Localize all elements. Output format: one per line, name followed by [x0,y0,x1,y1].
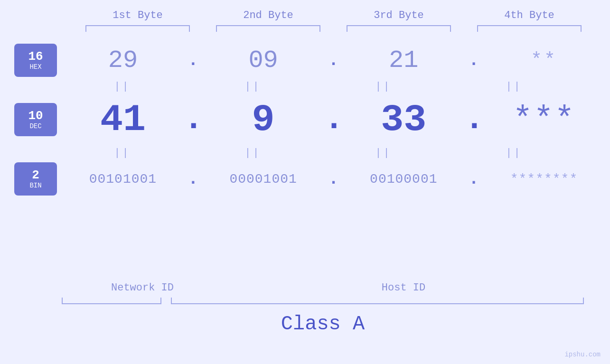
bottom-brackets [62,298,584,304]
hex-stars: ** [531,50,557,71]
bin-badge-num: 2 [32,168,39,182]
top-brackets [73,25,595,32]
bin-badge: 2 BIN [14,162,57,196]
byte4-label: 4th Byte [477,9,582,21]
hex-dot-1: . [184,51,203,70]
bin-b1: 00101001 [71,172,175,187]
bin-row: 2 BIN 00101001 . 00001001 . 00100001 . *… [0,160,610,198]
hex-b2: 09 [211,47,316,75]
eq2-b4: || [462,147,566,159]
eq2-b3: || [331,147,436,159]
bin-dot-2: . [324,169,343,189]
dec-val-1: 41 [100,98,146,141]
bottom-section: Network ID Host ID Class A [62,282,596,336]
dec-val-2: 9 [252,98,275,141]
dec-dot-3: . [464,103,483,136]
bin-dot-1: . [184,169,203,189]
hex-val-3: 21 [389,47,418,75]
network-bracket [62,298,161,304]
eq1-b4: || [462,81,566,93]
dec-badge-label: DEC [29,122,41,130]
dec-stars: *** [513,101,575,139]
bin-b4: ******** [492,172,596,187]
bin-b2: 00001001 [211,172,316,187]
byte2-bracket [216,25,320,32]
bin-cells: 00101001 . 00001001 . 00100001 . *******… [57,169,610,189]
dec-row: 10 DEC 41 . 9 . 33 . *** [0,93,610,146]
hex-badge: 16 HEX [14,44,57,77]
hex-row: 16 HEX 29 . 09 . 21 . ** [0,41,610,79]
dec-badge-num: 10 [28,109,43,123]
equals-row-1: || || || || [57,79,579,93]
hex-dot-3: . [464,51,483,70]
hex-b4: ** [492,50,596,71]
dec-val-3: 33 [381,98,426,141]
hex-b1: 29 [71,47,175,75]
hex-b3: 21 [351,47,456,75]
byte4-bracket [477,25,582,32]
eq1-b2: || [201,81,305,93]
bin-val-2: 00001001 [229,172,297,187]
host-id-label: Host ID [223,282,584,294]
eq2-b2: || [201,147,305,159]
hex-badge-label: HEX [29,63,41,71]
bin-val-3: 00100001 [370,172,437,187]
dec-b1: 41 [71,98,175,141]
data-rows-wrapper: 16 HEX 29 . 09 . 21 . ** [0,41,610,198]
eq1-b1: || [70,81,175,93]
dec-b4: *** [492,101,596,139]
dec-b2: 9 [211,98,316,141]
host-bracket [171,298,584,304]
bin-b3: 00100001 [351,172,456,187]
bracket-gap [161,298,171,304]
byte-headers: 1st Byte 2nd Byte 3rd Byte 4th Byte [73,9,595,21]
bin-badge-label: BIN [29,182,41,189]
network-id-label: Network ID [62,282,223,294]
hex-val-1: 29 [108,47,138,75]
dec-dot-2: . [324,103,343,136]
byte1-bracket [85,25,190,32]
bin-val-1: 00101001 [89,172,157,187]
id-labels: Network ID Host ID [62,282,584,294]
hex-cells: 29 . 09 . 21 . ** [57,47,610,75]
byte3-bracket [347,25,451,32]
byte2-label: 2nd Byte [216,9,320,21]
bin-dot-3: . [464,169,483,189]
hex-dot-2: . [324,51,343,70]
byte1-label: 1st Byte [85,9,190,21]
dec-b3: 33 [351,98,456,141]
watermark: ipshu.com [564,351,601,358]
hex-badge-num: 16 [28,50,43,64]
eq2-b1: || [70,147,175,159]
dec-badge: 10 DEC [14,103,57,136]
class-label: Class A [62,310,584,336]
byte3-label: 3rd Byte [347,9,451,21]
main-container: 1st Byte 2nd Byte 3rd Byte 4th Byte 16 H… [0,0,610,364]
hex-val-2: 09 [248,47,278,75]
dec-cells: 41 . 9 . 33 . *** [57,98,610,141]
bin-stars: ******** [510,172,578,187]
equals-row-2: || || || || [57,146,579,160]
eq1-b3: || [331,81,436,93]
dec-dot-1: . [184,103,203,136]
